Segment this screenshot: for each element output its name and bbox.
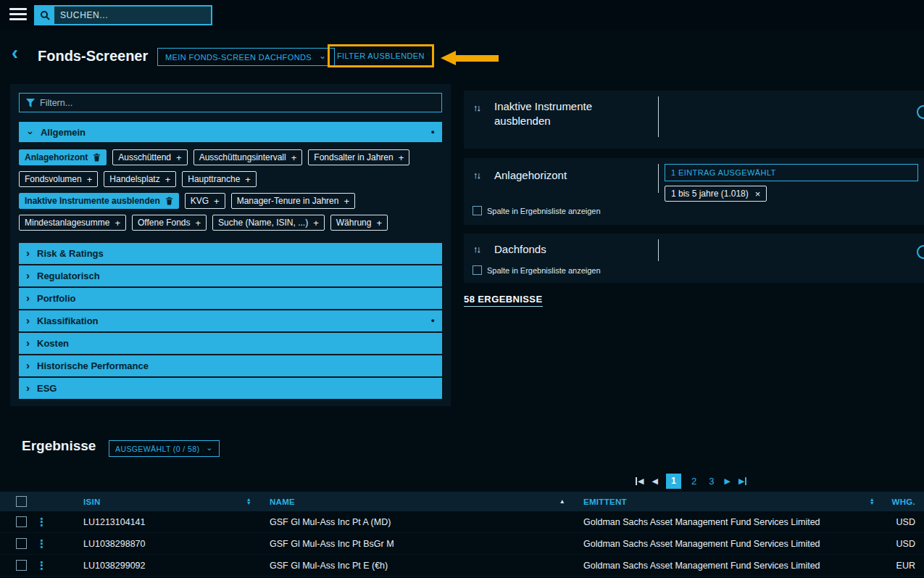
section-regulatorisch[interactable]: ›Regulatorisch — [19, 265, 442, 286]
column-sort-icon[interactable]: ↑↓ — [473, 102, 480, 113]
chip-label: KVG — [191, 196, 209, 206]
section-label: Allgemein — [41, 127, 86, 138]
show-column-checkbox[interactable]: Spalte in Ergebnisliste anzeigen — [473, 265, 601, 275]
anlagehorizont-value-field[interactable]: 1 EINTRAG AUSGEWÄHLT — [665, 164, 918, 181]
row-menu-icon[interactable]: ⋮ — [36, 537, 47, 550]
row-menu-icon[interactable]: ⋮ — [36, 559, 47, 572]
section-klassifikation[interactable]: ›Klassifikation● — [19, 310, 442, 331]
arrow-shaft — [454, 55, 499, 62]
checkbox[interactable] — [473, 265, 482, 275]
filter-input[interactable] — [40, 98, 435, 108]
column-header-isin[interactable]: ISIN — [83, 498, 101, 506]
page-last-button[interactable]: ▶ — [738, 477, 746, 485]
chevron-right-icon: › — [26, 292, 30, 304]
add-icon: + — [87, 175, 93, 184]
filter-chip[interactable]: Anlagehorizont — [19, 149, 107, 165]
chip-label: Offene Fonds — [138, 218, 191, 228]
add-icon: + — [313, 218, 319, 228]
filter-toggle-button[interactable]: FILTER AUSBLENDEN — [328, 44, 434, 67]
chevron-right-icon: › — [26, 337, 30, 349]
page-first-button[interactable]: ◀ — [636, 477, 644, 485]
divider — [658, 164, 659, 193]
column-header-whg[interactable]: WHG. — [892, 498, 916, 506]
column-header-emittent[interactable]: EMITTENT — [583, 498, 627, 506]
app-window: ‹ Fonds-Screener MEIN FONDS-SCREEN DACHF… — [0, 0, 924, 578]
chevron-right-icon: › — [26, 359, 30, 371]
filter-chip[interactable]: Offene Fonds+ — [132, 215, 207, 231]
filter-chip[interactable]: Manager-Tenure in Jahren+ — [231, 193, 355, 209]
dachfonds-toggle[interactable] — [917, 245, 924, 259]
section-label: Historische Performance — [37, 360, 149, 371]
filter-chip[interactable]: Ausschüttungsintervall+ — [193, 149, 303, 165]
row-checkbox[interactable] — [16, 560, 27, 571]
trash-icon[interactable] — [93, 153, 101, 162]
active-filter-dot: ● — [431, 318, 435, 324]
page-prev-button[interactable]: ◀ — [652, 477, 657, 485]
add-icon: + — [291, 153, 297, 162]
filter-chip[interactable]: Inaktive Instrumente ausblenden — [19, 193, 179, 209]
hide-inactive-toggle[interactable] — [917, 105, 924, 119]
cell-emittent: Goldman Sachs Asset Management Fund Serv… — [573, 517, 882, 527]
chevron-down-icon: ⌄ — [319, 51, 326, 60]
sort-icon[interactable]: ▲▼ — [870, 498, 875, 505]
results-count-link[interactable]: 58 ERGEBNISSE — [464, 294, 543, 307]
page-next-button[interactable]: ▶ — [724, 477, 730, 485]
section-historische-performance[interactable]: ›Historische Performance — [19, 355, 442, 376]
add-icon: + — [115, 218, 120, 228]
filter-chip[interactable]: Mindestanlagesumme+ — [19, 215, 126, 231]
show-column-checkbox[interactable]: Spalte in Ergebnisliste anzeigen — [473, 206, 601, 215]
remove-icon[interactable]: × — [755, 189, 761, 199]
section-esg[interactable]: ›ESG — [19, 378, 442, 399]
column-sort-icon[interactable]: ↑↓ — [473, 244, 480, 255]
table-row[interactable]: ⋮ LU1213104141 GSF Gl Mul-Ass Inc Pt A (… — [0, 511, 924, 533]
table-row[interactable]: ⋮ LU1038299092 GSF Gl Mul-Ass Inc Pt E (… — [0, 555, 924, 577]
row-checkbox[interactable] — [16, 538, 27, 549]
checkbox-label: Spalte in Ergebnisliste anzeigen — [487, 266, 601, 275]
column-header-name[interactable]: NAME — [270, 498, 295, 506]
chip-list: Anlagehorizont Ausschüttend+ Ausschüttun… — [19, 142, 442, 243]
filter-chip[interactable]: Handelsplatz+ — [104, 171, 176, 187]
filter-chip[interactable]: Währung+ — [330, 215, 388, 231]
results-table-header: ISIN▲▼ NAME▲ EMITTENT▲▼ WHG. — [0, 492, 924, 511]
filter-chip[interactable]: Haupttranche+ — [182, 171, 257, 187]
section-label: Risk & Ratings — [37, 248, 104, 259]
cell-emittent: Goldman Sachs Asset Management Fund Serv… — [573, 539, 882, 549]
table-row[interactable]: ⋮ LU1038298870 GSF Gl Mul-Ass Inc Pt BsG… — [0, 533, 924, 555]
select-all-checkbox[interactable] — [16, 496, 27, 507]
selection-dropdown[interactable]: AUSGEWÄHLT (0 / 58) ⌄ — [109, 440, 220, 457]
search-icon[interactable] — [36, 7, 54, 24]
row-menu-icon[interactable]: ⋮ — [36, 516, 47, 529]
section-allgemein[interactable]: ⌄ Allgemein ● — [19, 122, 442, 142]
global-search — [34, 5, 212, 25]
section-risk-ratings[interactable]: ›Risk & Ratings — [19, 243, 442, 264]
search-input[interactable] — [54, 7, 211, 24]
filter-chip[interactable]: Suche (Name, ISIN, ...)+ — [212, 215, 325, 231]
filter-chip[interactable]: Fondsalter in Jahren+ — [308, 149, 409, 165]
divider — [658, 96, 659, 137]
sort-icon[interactable]: ▲▼ — [246, 498, 251, 505]
selection-label: AUSGEWÄHLT (0 / 58) — [115, 445, 199, 453]
row-checkbox[interactable] — [16, 516, 27, 527]
chip-label: Währung — [336, 218, 372, 228]
sort-asc-icon[interactable]: ▲ — [559, 498, 565, 505]
menu-icon[interactable] — [9, 8, 27, 22]
filter-chip[interactable]: KVG+ — [185, 193, 225, 209]
page-number[interactable]: 2 — [689, 476, 699, 487]
page-number[interactable]: 3 — [707, 476, 716, 487]
column-sort-icon[interactable]: ↑↓ — [473, 170, 480, 181]
back-button[interactable]: ‹ — [12, 44, 18, 63]
page-number-current[interactable]: 1 — [666, 474, 681, 489]
page-title: Fonds-Screener — [38, 48, 148, 65]
selected-value-tag[interactable]: 1 bis 5 jahre (1.018) × — [665, 186, 767, 202]
screen-select-label: MEIN FONDS-SCREEN DACHFONDS — [165, 53, 312, 62]
filter-chip[interactable]: Fondsvolumen+ — [19, 171, 98, 187]
checkbox[interactable] — [473, 206, 482, 215]
chip-label: Manager-Tenure in Jahren — [237, 196, 339, 206]
chip-label: Suche (Name, ISIN, ...) — [218, 218, 308, 228]
section-portfolio[interactable]: ›Portfolio — [19, 288, 442, 309]
cell-name: GSF Gl Mul-Ass Inc Pt E (€h) — [259, 561, 573, 571]
screen-select-dropdown[interactable]: MEIN FONDS-SCREEN DACHFONDS ⌄ — [157, 48, 335, 66]
trash-icon[interactable] — [165, 197, 173, 205]
section-kosten[interactable]: ›Kosten — [19, 333, 442, 354]
filter-chip[interactable]: Ausschüttend+ — [112, 149, 187, 165]
